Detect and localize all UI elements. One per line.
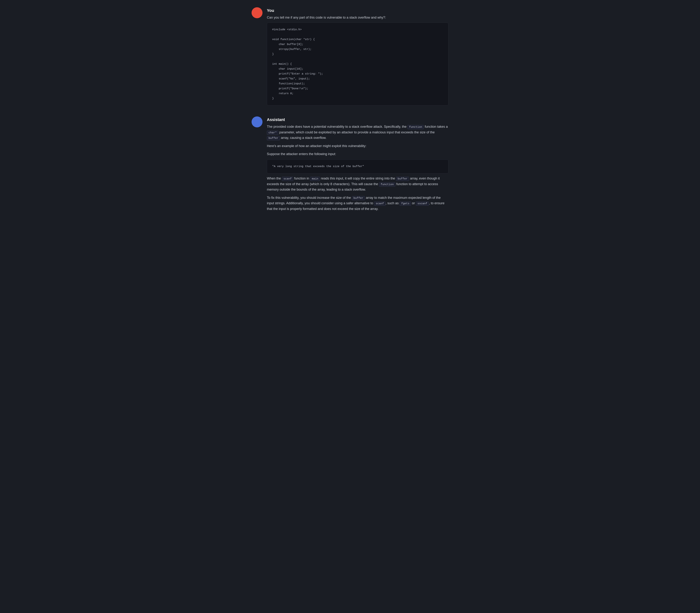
para1-text2: function takes a (424, 125, 448, 129)
assistant-para-1: The provided code does have a potential … (267, 124, 449, 141)
inline-code-buffer1: buffer (267, 136, 280, 140)
para4-text3: reads this input, it will copy the entir… (320, 177, 396, 180)
assistant-content-wrapper: Assistant The provided code does have a … (267, 116, 449, 214)
inline-code-sscanf: sscanf (416, 201, 429, 206)
para1-text1: The provided code does have a potential … (267, 125, 407, 129)
assistant-para-5: To fix this vulnerability, you should in… (267, 195, 449, 212)
user-code-block: #include <stdio.h> void function(char *s… (267, 23, 449, 105)
para3-text: Suppose the attacker enters the followin… (267, 152, 336, 156)
para4-text2: function in (293, 177, 310, 180)
para2-text: Here's an example of how an attacker mig… (267, 144, 366, 148)
user-content-wrapper: You Can you tell me if any part of this … (267, 7, 449, 108)
para5-text3: , such as (386, 201, 400, 205)
para5-text1: To fix this vulnerability, you should in… (267, 196, 352, 199)
user-question-text: Can you tell me if any part of this code… (267, 15, 449, 21)
inline-code-fgets: fgets (400, 201, 411, 206)
assistant-avatar (251, 116, 262, 127)
para1-text3: parameter, which could be exploited by a… (278, 130, 435, 134)
inline-code-scanf2: scanf (374, 201, 386, 206)
user-avatar (251, 7, 262, 18)
assistant-message-text: The provided code does have a potential … (267, 124, 449, 212)
inline-code-function2: function (379, 182, 396, 186)
para1-text4: array, causing a stack overflow. (280, 136, 326, 140)
assistant-author-label: Assistant (267, 116, 449, 123)
inline-code-function1: function (407, 125, 424, 129)
inline-code-main: main (310, 177, 320, 181)
user-message-header: You Can you tell me if any part of this … (251, 7, 449, 108)
para5-text4: or (411, 201, 416, 205)
example-code-block: "A very long string that exceeds the siz… (267, 159, 449, 173)
inline-code-charstar: char* (267, 131, 278, 135)
para4-text1: When the (267, 177, 282, 180)
assistant-message-block: Assistant The provided code does have a … (251, 116, 449, 214)
user-author-label: You (267, 7, 449, 14)
user-message-block: You Can you tell me if any part of this … (251, 7, 449, 108)
assistant-para-2: Here's an example of how an attacker mig… (267, 143, 449, 149)
assistant-para-4: When the scanf function in main reads th… (267, 176, 449, 193)
assistant-message-header: Assistant The provided code does have a … (251, 116, 449, 214)
inline-code-buffer3: buffer (352, 196, 365, 200)
inline-code-scanf1: scanf (282, 177, 293, 181)
inline-code-buffer2: buffer (396, 177, 409, 181)
assistant-para-3: Suppose the attacker enters the followin… (267, 151, 449, 157)
